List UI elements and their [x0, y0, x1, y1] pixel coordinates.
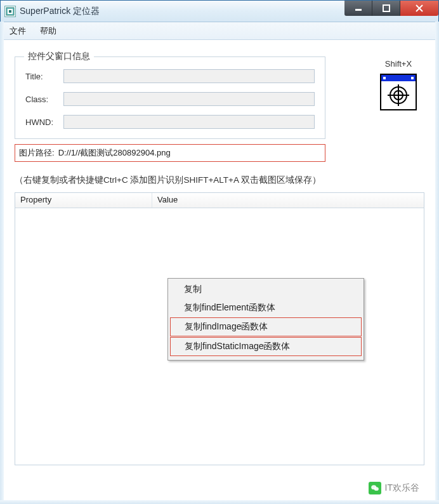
svg-rect-2 [9, 10, 11, 13]
capture-shortcut-box: Shift+X [374, 59, 423, 110]
picker-titlebar [381, 75, 416, 81]
class-label: Class: [25, 95, 63, 104]
wechat-icon [369, 482, 381, 494]
column-value[interactable]: Value [152, 193, 424, 208]
client-area: Shift+X 控件父窗口信息 Title: [1, 40, 438, 503]
ctx-copy-findstaticimage[interactable]: 复制findStaticImage函数体 [170, 337, 362, 356]
svg-point-12 [374, 487, 378, 491]
app-window: SuperPatrick 定位器 文件 帮助 Shift+X [0, 0, 439, 504]
watermark: IT欢乐谷 [369, 482, 419, 494]
ctx-copy[interactable]: 复制 [170, 281, 362, 298]
properties-table: Property Value 复制 复制findElement函数体 复制fin… [15, 192, 424, 465]
shortcut-label: Shift+X [374, 59, 423, 69]
hint-text: （右键复制或者快捷键Ctrl+C 添加图片识别SHIFT+ALT+A 双击截图区… [15, 175, 424, 186]
hwnd-input[interactable] [63, 115, 315, 129]
maximize-button[interactable] [372, 1, 400, 16]
ctx-copy-findimage[interactable]: 复制findImage函数体 [170, 317, 362, 336]
class-input[interactable] [63, 92, 315, 106]
minimize-button[interactable] [344, 1, 372, 16]
svg-rect-3 [355, 9, 362, 11]
menu-help[interactable]: 帮助 [35, 23, 62, 39]
window-title: SuperPatrick 定位器 [20, 6, 100, 17]
watermark-text: IT欢乐谷 [385, 482, 419, 494]
close-button[interactable] [400, 1, 438, 16]
menu-bar: 文件 帮助 [1, 22, 438, 40]
groupbox-title: 控件父窗口信息 [24, 51, 94, 62]
column-property[interactable]: Property [15, 193, 152, 208]
table-header: Property Value [15, 193, 424, 208]
image-path-box: 图片路径: D://1//截图测试280892904.png [15, 144, 325, 162]
parent-window-info-groupbox: 控件父窗口信息 Title: Class: HWND: [15, 56, 325, 139]
hwnd-label: HWND: [25, 117, 63, 127]
menu-file[interactable]: 文件 [4, 23, 31, 39]
crosshair-picker[interactable] [380, 74, 417, 110]
title-input[interactable] [63, 69, 315, 83]
title-bar[interactable]: SuperPatrick 定位器 [1, 1, 438, 22]
crosshair-icon [381, 81, 416, 109]
svg-rect-4 [383, 5, 390, 11]
image-path-label: 图片路径: [19, 147, 55, 159]
window-controls [344, 1, 438, 16]
title-label: Title: [25, 72, 63, 81]
table-body[interactable]: 复制 复制findElement函数体 复制findImage函数体 复制fin… [15, 208, 424, 465]
ctx-copy-findelement[interactable]: 复制findElement函数体 [170, 299, 362, 317]
image-path-value[interactable]: D://1//截图测试280892904.png [58, 147, 171, 159]
app-icon [4, 6, 16, 17]
context-menu: 复制 复制findElement函数体 复制findImage函数体 复制fin… [167, 278, 364, 361]
